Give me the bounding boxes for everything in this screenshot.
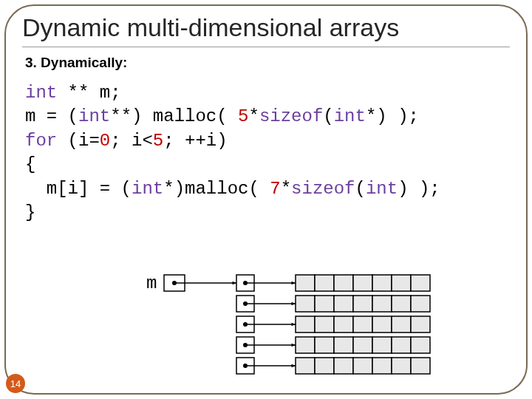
code-text: { bbox=[25, 154, 35, 174]
page-number: 14 bbox=[10, 378, 21, 389]
code-block: int ** m; m = (int**) malloc( 5*sizeof(i… bbox=[25, 81, 510, 225]
svg-rect-9 bbox=[296, 275, 315, 291]
svg-rect-33 bbox=[334, 316, 353, 332]
code-text: ** m; bbox=[57, 83, 120, 103]
code-text: ; ++i) bbox=[163, 131, 227, 151]
code-num: 5 bbox=[153, 131, 163, 151]
svg-rect-44 bbox=[334, 337, 353, 353]
svg-text:m: m bbox=[146, 273, 157, 293]
svg-rect-11 bbox=[334, 275, 353, 291]
svg-marker-19 bbox=[291, 302, 296, 306]
svg-marker-4 bbox=[232, 282, 236, 285]
code-kw: int bbox=[25, 83, 57, 103]
svg-rect-57 bbox=[372, 358, 392, 374]
svg-rect-32 bbox=[315, 316, 334, 332]
code-text: * bbox=[248, 106, 259, 126]
svg-rect-25 bbox=[392, 296, 411, 312]
svg-rect-59 bbox=[411, 358, 430, 374]
code-kw: for bbox=[25, 131, 57, 151]
svg-rect-22 bbox=[334, 296, 353, 312]
svg-rect-35 bbox=[372, 316, 392, 332]
svg-rect-34 bbox=[353, 316, 372, 332]
svg-rect-21 bbox=[315, 296, 334, 312]
svg-rect-31 bbox=[296, 316, 315, 332]
svg-rect-24 bbox=[372, 296, 392, 312]
page-number-badge: 14 bbox=[6, 374, 25, 393]
code-kw: sizeof bbox=[259, 106, 323, 126]
code-text: } bbox=[25, 202, 35, 222]
svg-rect-53 bbox=[296, 358, 315, 374]
svg-marker-52 bbox=[291, 364, 296, 368]
code-text: (i= bbox=[57, 131, 100, 151]
code-text: * bbox=[281, 179, 291, 199]
svg-rect-10 bbox=[315, 275, 334, 291]
code-text: m[i] = ( bbox=[25, 179, 132, 199]
code-text: ; i< bbox=[110, 131, 153, 151]
svg-rect-54 bbox=[315, 358, 334, 374]
svg-rect-37 bbox=[411, 316, 430, 332]
code-text: ( bbox=[355, 179, 366, 199]
svg-rect-45 bbox=[353, 337, 372, 353]
code-text: **) malloc( bbox=[110, 106, 238, 126]
slide-title: Dynamic multi-dimensional arrays bbox=[22, 13, 510, 42]
code-text: ) ); bbox=[398, 179, 440, 199]
svg-rect-13 bbox=[372, 275, 392, 291]
svg-rect-23 bbox=[353, 296, 372, 312]
svg-marker-30 bbox=[291, 323, 296, 327]
code-num: 0 bbox=[100, 131, 110, 151]
svg-rect-15 bbox=[411, 275, 430, 291]
code-kw: int bbox=[78, 106, 110, 126]
code-num: 5 bbox=[238, 106, 248, 126]
title-rule bbox=[22, 47, 510, 47]
svg-rect-48 bbox=[411, 337, 430, 353]
code-num: 7 bbox=[270, 179, 280, 199]
svg-rect-46 bbox=[372, 337, 392, 353]
code-text: *)malloc( bbox=[163, 179, 270, 199]
code-kw: int bbox=[334, 106, 366, 126]
svg-rect-12 bbox=[353, 275, 372, 291]
svg-rect-42 bbox=[296, 337, 315, 353]
svg-marker-8 bbox=[291, 282, 296, 285]
svg-marker-41 bbox=[291, 344, 296, 347]
code-kw: int bbox=[132, 179, 163, 199]
code-text: m = ( bbox=[25, 106, 78, 126]
svg-rect-14 bbox=[392, 275, 411, 291]
svg-rect-58 bbox=[392, 358, 411, 374]
code-kw: int bbox=[366, 179, 398, 199]
memory-diagram: m bbox=[140, 270, 451, 392]
svg-rect-36 bbox=[392, 316, 411, 332]
svg-rect-56 bbox=[353, 358, 372, 374]
slide-content: Dynamic multi-dimensional arrays 3. Dyna… bbox=[22, 13, 510, 225]
svg-rect-20 bbox=[296, 296, 315, 312]
code-kw: sizeof bbox=[291, 179, 355, 199]
svg-rect-43 bbox=[315, 337, 334, 353]
svg-rect-26 bbox=[411, 296, 430, 312]
code-text: ( bbox=[323, 106, 333, 126]
svg-rect-55 bbox=[334, 358, 353, 374]
subtitle: 3. Dynamically: bbox=[25, 55, 510, 71]
code-text: *) ); bbox=[366, 106, 419, 126]
svg-rect-47 bbox=[392, 337, 411, 353]
